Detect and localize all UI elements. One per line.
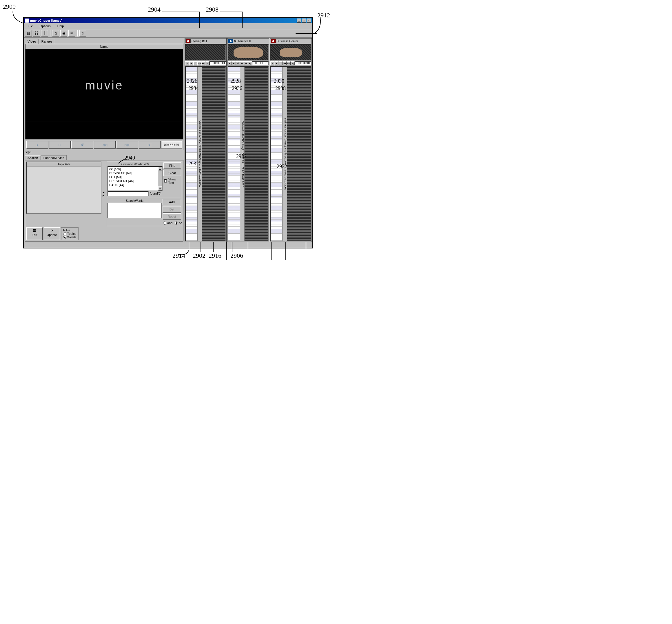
common-words-list[interactable]: >> [439] BUSINESS [60] LOT [50] PRESIDEN… [107, 166, 163, 191]
reset-button[interactable]: Reset [163, 213, 181, 220]
collapse-up-icon[interactable]: ▲ [25, 151, 28, 154]
annotation: 2934 [189, 85, 199, 92]
timeline-thumb-track[interactable] [287, 67, 310, 241]
strip-fwd-icon[interactable]: ▸▸ [244, 61, 248, 66]
menu-help[interactable]: Help [54, 24, 67, 28]
list-item[interactable]: BUSINESS [60] [108, 171, 162, 175]
toolbar-grid-icon[interactable]: ▦ [25, 30, 32, 36]
radio-words[interactable]: Words [63, 235, 76, 239]
find-button[interactable]: Find [164, 162, 181, 169]
strip-stop-icon[interactable]: ■ [232, 61, 236, 66]
toolbar-globe-icon[interactable]: ◉ [60, 30, 67, 36]
strip-loop-icon[interactable]: ↺ [236, 61, 240, 66]
timeline-body[interactable]: Business Center (CNBC) length: 01:00:00 … [270, 66, 311, 241]
list-item[interactable]: PRESIDENT [46] [108, 179, 162, 183]
annotation: 2908 [206, 6, 219, 13]
play-button[interactable]: ▷ [26, 141, 48, 149]
forward-button[interactable]: ▷▷ [116, 141, 138, 149]
list-item[interactable]: LOT [50] [108, 175, 162, 179]
annotation: 2926 [187, 78, 197, 84]
strip-transport: ▸■↺◂◂▸▸▸| 00:00:01 [270, 61, 312, 66]
radio-and[interactable]: and [163, 221, 172, 225]
toolbar-person-icon[interactable]: ☺ [79, 30, 86, 36]
strip-stop-icon[interactable]: ■ [189, 61, 193, 66]
radio-topics[interactable]: Topics [63, 232, 76, 235]
toolbar-single-icon[interactable]: ┃ [41, 30, 48, 36]
edit-button[interactable]: ☰Edit [26, 227, 43, 240]
strip-end-icon[interactable]: ▸| [291, 61, 295, 66]
strip-rew-icon[interactable]: ◂◂ [240, 61, 244, 66]
rewind-button[interactable]: ◁◁ [94, 141, 116, 149]
strip-title: 60 Minutes II [234, 40, 251, 43]
add-button[interactable]: Add [163, 199, 181, 205]
menu-file[interactable]: File [25, 24, 36, 28]
strip-stop-icon[interactable]: ■ [274, 61, 278, 66]
maximize-button[interactable]: □ [302, 19, 306, 23]
toolbar-mail-icon[interactable]: ✉ [68, 30, 75, 36]
strip-timecode: 00:00:01 [295, 61, 311, 66]
tab-loadedmuvies[interactable]: LoadedMuvies [41, 155, 67, 160]
collapse-down-icon[interactable]: ▼ [28, 151, 31, 154]
toolbar-printer-icon[interactable]: ⎙ [52, 30, 59, 36]
timeline-text-track[interactable] [186, 67, 197, 241]
timeline-thumb-track[interactable] [202, 67, 225, 241]
timeline-body[interactable]: 60 Minutes II (CBS) length: 00:59:25 ...… [228, 66, 269, 241]
scroll-up-icon[interactable]: ▲ [158, 167, 162, 171]
timeline-text-track[interactable] [271, 67, 282, 241]
tab-video[interactable]: Video [25, 39, 39, 44]
strip-timecode: 00:00:01 [252, 61, 269, 66]
strip-thumbnail[interactable] [185, 44, 226, 60]
rewind-all-button[interactable]: ↺ [71, 141, 93, 149]
clear-button[interactable]: Clear [164, 170, 181, 176]
strip-play-icon[interactable]: ▸ [185, 61, 189, 66]
titlebar[interactable]: muvieClipper [jamey] _ □ × [24, 18, 313, 23]
video-lower [25, 122, 183, 139]
strip-thumbnail[interactable] [270, 44, 311, 60]
strip-closing-bell: Closing Bell ▸■↺◂◂▸▸▸| 00:00:01 Closing … [184, 38, 227, 242]
strip-end-icon[interactable]: ▸| [205, 61, 209, 66]
strip-play-icon[interactable]: ▸ [228, 61, 232, 66]
menu-options[interactable]: Options [37, 24, 54, 28]
strip-rew-icon[interactable]: ◂◂ [282, 61, 287, 66]
arrow-left-icon[interactable]: ◀ [103, 191, 105, 194]
found-input[interactable] [107, 191, 149, 196]
strip-rew-icon[interactable]: ◂◂ [197, 61, 201, 66]
timeline-body[interactable]: Closing Bell (CNBC) length: 01:00:00 ...… [185, 66, 226, 241]
skip-button[interactable]: ▷| [139, 141, 161, 149]
annotation: 2936 [232, 85, 242, 92]
stop-button[interactable]: □ [49, 141, 71, 149]
toolbar-timeline-icon[interactable]: ┆┆ [33, 30, 40, 36]
arrow-right-icon[interactable]: ▶ [103, 194, 105, 197]
tab-ranges[interactable]: Ranges [39, 39, 55, 44]
strip-play-icon[interactable]: ▸ [270, 61, 274, 66]
annotation: 2902 [193, 252, 205, 259]
radio-or[interactable]: or [175, 221, 182, 225]
minimize-button[interactable]: _ [297, 19, 301, 23]
scroll-down-icon[interactable]: ▼ [158, 186, 162, 190]
transport-bar: ▷ □ ↺ ◁◁ ▷▷ ▷| 00:00:00 [25, 139, 183, 150]
del-button[interactable]: Del [163, 206, 181, 212]
video-display[interactable]: muvie [25, 49, 183, 122]
annotation: 2930 [274, 78, 284, 84]
annotation: 2932 [189, 161, 199, 167]
strip-thumbnail[interactable] [228, 44, 269, 60]
tab-search[interactable]: Search [25, 155, 41, 160]
strip-fwd-icon[interactable]: ▸▸ [201, 61, 205, 66]
hilite-label: Hilite [63, 229, 76, 232]
timeline-thumb-track[interactable] [245, 67, 268, 241]
show-text-checkbox[interactable]: Show Text [164, 177, 181, 185]
list-item[interactable]: >> [439] [108, 167, 162, 171]
strip-fwd-icon[interactable]: ▸▸ [287, 61, 291, 66]
strip-title: Closing Bell [192, 40, 207, 43]
topic-hits-box[interactable]: TopicHits [26, 162, 101, 214]
timecode: 00:00:00 [161, 141, 182, 149]
strip-title: Business Center [277, 40, 298, 43]
strip-end-icon[interactable]: ▸| [248, 61, 252, 66]
update-button[interactable]: ⟳Update [44, 227, 60, 240]
search-words-list[interactable] [107, 203, 162, 218]
close-button[interactable]: × [306, 19, 311, 23]
strip-loop-icon[interactable]: ↺ [193, 61, 197, 66]
name-header: Name [25, 44, 183, 49]
list-item[interactable]: BACK [44] [108, 183, 162, 187]
strip-loop-icon[interactable]: ↺ [278, 61, 282, 66]
